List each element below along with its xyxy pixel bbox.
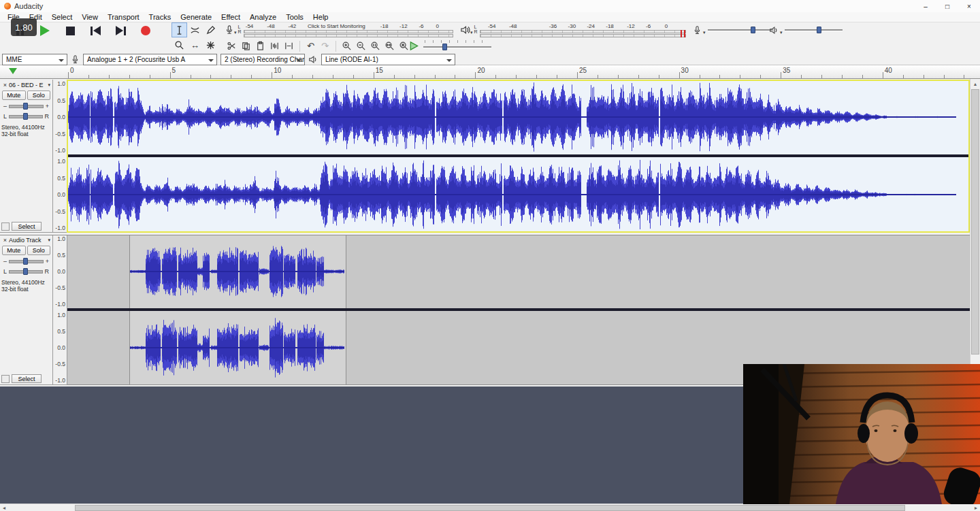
track-0-vertical-ruler[interactable]: 1.00.50.0-0.5-1.01.00.50.0-0.5-1.0: [53, 80, 67, 233]
stop-button[interactable]: [60, 23, 80, 38]
waveform-canvas-track1-ch1[interactable]: [130, 311, 344, 384]
menubar: File Edit Select View Transport Tracks G…: [0, 12, 980, 22]
play-button[interactable]: [35, 23, 55, 38]
wave-region-1[interactable]: [67, 235, 970, 385]
skip-to-start-button[interactable]: [85, 23, 105, 38]
wave-region-0[interactable]: [67, 80, 970, 233]
track-0-close-button[interactable]: ×: [1, 82, 9, 88]
minimize-button[interactable]: –: [915, 0, 936, 12]
track-0-gain-slider[interactable]: – +: [3, 102, 49, 110]
waveform-canvas-track0-ch0[interactable]: [68, 80, 956, 154]
track-1-format-info: Stereo, 44100Hz 32-bit float: [1, 279, 51, 293]
zoom-fit-icon: [385, 41, 395, 51]
recording-channels-select[interactable]: 2 (Stereo) Recording Chann: [220, 54, 305, 65]
zoom-toggle-icon: [399, 41, 409, 51]
track-1-close-button[interactable]: ×: [1, 237, 9, 244]
audio-host-select[interactable]: MME: [2, 54, 67, 65]
paste-button[interactable]: [253, 39, 267, 52]
track-0-name[interactable]: 06 - BED - E: [9, 82, 48, 88]
menu-generate[interactable]: Generate: [176, 13, 216, 21]
silence-audio-button[interactable]: [282, 39, 296, 52]
zoom-in-icon: [342, 41, 352, 51]
zoom-out-button[interactable]: [354, 39, 368, 52]
menu-effect[interactable]: Effect: [216, 13, 245, 21]
menu-select[interactable]: Select: [47, 13, 78, 21]
record-button[interactable]: [135, 23, 156, 38]
timeline-play-pin-icon[interactable]: [9, 68, 17, 78]
amplitude-scale-label: -0.5: [55, 284, 65, 291]
zoom-fit-button[interactable]: [382, 39, 397, 52]
track-1-mute-button[interactable]: Mute: [2, 246, 26, 255]
timeline-tick-label: 20: [477, 67, 485, 74]
monitor-hint-text[interactable]: Click to Start Monitoring: [308, 23, 365, 29]
trim-audio-button[interactable]: [267, 39, 282, 52]
recording-device-select[interactable]: Analogue 1 + 2 (Focusrite Usb A: [83, 54, 217, 65]
scroll-right-arrow[interactable]: ▸: [972, 504, 980, 511]
track-1-pan-slider[interactable]: L R: [3, 267, 49, 276]
amplitude-scale-label: 1.0: [57, 80, 65, 87]
track-0-pan-slider[interactable]: L R: [3, 112, 49, 120]
maximize-button[interactable]: □: [936, 0, 958, 12]
timeline-tick-label: 10: [274, 67, 281, 74]
track-1-gain-slider[interactable]: – +: [3, 257, 49, 265]
selection-tool-button[interactable]: [172, 22, 187, 37]
track-0-select-button[interactable]: Select: [12, 222, 42, 231]
timeline-tick-label: 40: [885, 67, 892, 74]
waveform-canvas-track0-ch1[interactable]: [68, 157, 956, 232]
track-1-collapse-button[interactable]: [1, 375, 10, 383]
menu-help[interactable]: Help: [308, 13, 333, 21]
scroll-left-arrow[interactable]: ◂: [0, 504, 8, 511]
record-icon: [141, 26, 150, 35]
cut-button[interactable]: [225, 39, 239, 52]
playback-meter-caret-icon[interactable]: ▾: [470, 30, 473, 35]
amplitude-scale-label: -0.5: [55, 131, 65, 137]
scroll-up-arrow[interactable]: ▴: [970, 79, 980, 88]
zoom-selection-button[interactable]: [368, 39, 382, 52]
recording-volume-slider[interactable]: ▾: [693, 24, 773, 35]
playback-meter[interactable]: ▾ LR -54 -48 -36 -30 -24 -18 -12 -6 0: [460, 23, 690, 38]
play-at-speed-button[interactable]: [408, 41, 419, 51]
audacity-window: Audacity – □ × File Edit Select View Tra…: [0, 0, 980, 511]
menu-view[interactable]: View: [77, 13, 103, 21]
play-speed-slider[interactable]: [423, 40, 491, 51]
recording-meter-caret-icon[interactable]: ▾: [234, 30, 237, 35]
horizontal-scrollbar-thumb[interactable]: [75, 505, 905, 511]
multi-tool-button[interactable]: [203, 37, 218, 52]
menu-analyze[interactable]: Analyze: [245, 13, 281, 21]
timeline-ruler[interactable]: 0510152025303540: [0, 65, 980, 79]
redo-button[interactable]: ↷: [318, 39, 332, 52]
skip-to-end-button[interactable]: [110, 23, 131, 38]
track-1-name[interactable]: Audio Track: [9, 237, 48, 244]
zoom-tool-button[interactable]: [172, 37, 187, 52]
menu-tracks[interactable]: Tracks: [144, 13, 176, 21]
undo-button[interactable]: ↶: [304, 39, 318, 52]
amplitude-scale-label: 0.0: [57, 268, 65, 275]
playback-volume-speaker-icon: [769, 25, 779, 35]
amplitude-scale-label: 0.0: [57, 344, 65, 351]
horizontal-scrollbar[interactable]: ◂ ▸: [0, 504, 980, 511]
track-1-solo-button[interactable]: Solo: [27, 246, 51, 255]
recording-meter[interactable]: ▾ LR -54 -48 -42 Click to Start Monitori…: [225, 23, 457, 38]
timeline-tick-label: 35: [783, 67, 790, 74]
playback-volume-slider[interactable]: ▾: [769, 24, 843, 35]
envelope-tool-button[interactable]: [187, 22, 203, 37]
waveform-canvas-track1-ch0[interactable]: [130, 235, 344, 308]
draw-tool-button[interactable]: [203, 22, 218, 37]
zoom-in-button[interactable]: [340, 39, 354, 52]
track-1-vertical-ruler[interactable]: 1.00.50.0-0.5-1.01.00.50.0-0.5-1.0: [53, 235, 67, 385]
amplitude-scale-label: 0.5: [57, 252, 65, 259]
track-0-menu-caret-icon[interactable]: ▾: [48, 82, 51, 88]
track-1-select-button[interactable]: Select: [12, 374, 42, 383]
menu-tools[interactable]: Tools: [281, 13, 308, 21]
timeshift-tool-button[interactable]: ↔: [187, 37, 203, 52]
track-1-menu-caret-icon[interactable]: ▾: [48, 237, 51, 243]
timeline-tick-label: 30: [681, 67, 689, 74]
menu-transport[interactable]: Transport: [103, 13, 144, 21]
close-button[interactable]: ×: [958, 0, 980, 12]
track-0-solo-button[interactable]: Solo: [27, 90, 51, 100]
vertical-scrollbar-thumb[interactable]: [971, 89, 979, 355]
playback-device-select[interactable]: Line (RODE AI-1): [321, 54, 455, 65]
track-0-mute-button[interactable]: Mute: [2, 90, 26, 100]
track-0-collapse-button[interactable]: [1, 222, 10, 231]
copy-button[interactable]: [239, 39, 253, 52]
